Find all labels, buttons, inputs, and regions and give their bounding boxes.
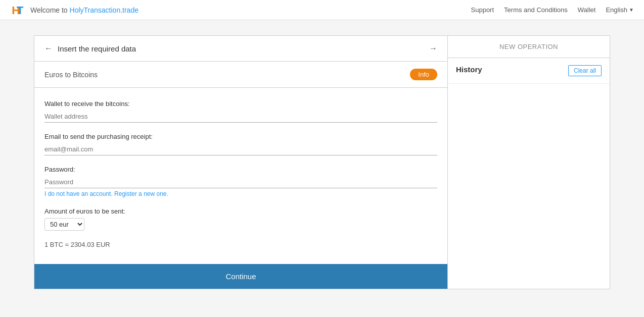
amount-label: Amount of euros to be sent: (44, 207, 437, 215)
header-nav: Support Terms and Conditions Wallet Engl… (471, 6, 634, 14)
register-link[interactable]: I do not have an account. Register a new… (44, 190, 437, 197)
right-panel-scroll[interactable] (448, 84, 610, 289)
left-panel-header: ← Insert the required data → (34, 36, 447, 62)
content-wrapper: ← Insert the required data → Euros to Bi… (34, 35, 610, 289)
nav-arrows: ← Insert the required data (44, 44, 136, 53)
email-label: Email to send the purchasing receipt: (44, 133, 437, 140)
welcome-text: Welcome to (30, 6, 70, 14)
left-panel-subheader: Euros to Bitcoins Info (34, 62, 447, 88)
wallet-link[interactable]: Wallet (578, 6, 596, 14)
support-link[interactable]: Support (471, 6, 494, 14)
language-selector[interactable]: English ▼ (606, 6, 634, 14)
email-input[interactable] (44, 143, 437, 155)
amount-select-wrapper: 50 eur 100 eur 200 eur 500 eur (44, 218, 437, 231)
wallet-group: Wallet to receive the bitcoins: (44, 100, 437, 123)
header-title: Welcome to HolyTransaction.trade (30, 6, 139, 14)
email-group: Email to send the purchasing receipt: (44, 133, 437, 155)
amount-select[interactable]: 50 eur 100 eur 200 eur 500 eur (44, 218, 84, 231)
info-button[interactable]: Info (410, 69, 437, 80)
password-group: Password: I do not have an account. Regi… (44, 166, 437, 197)
rate-info: 1 BTC = 2304.03 EUR (44, 241, 437, 248)
left-panel-body: Wallet to receive the bitcoins: Email to… (34, 88, 447, 289)
form-area: Wallet to receive the bitcoins: Email to… (34, 88, 447, 289)
password-label: Password: (44, 166, 437, 173)
continue-button[interactable]: Continue (34, 264, 447, 289)
history-label: History (456, 65, 482, 74)
clear-all-button[interactable]: Clear all (568, 65, 602, 76)
step-title: Insert the required data (58, 44, 136, 53)
back-arrow-button[interactable]: ← (44, 44, 53, 53)
forward-arrow-button[interactable]: → (429, 44, 437, 53)
terms-link[interactable]: Terms and Conditions (504, 6, 568, 14)
wallet-label: Wallet to receive the bitcoins: (44, 100, 437, 108)
logo-icon: H T (10, 2, 26, 18)
conversion-label: Euros to Bitcoins (44, 71, 98, 79)
chevron-down-icon: ▼ (629, 7, 634, 13)
right-panel-header: NEW OPERATION (448, 36, 610, 58)
scrollbar-area (448, 84, 610, 289)
password-input[interactable] (44, 176, 437, 188)
amount-group: Amount of euros to be sent: 50 eur 100 e… (44, 207, 437, 231)
language-label: English (606, 6, 627, 14)
main-content: ← Insert the required data → Euros to Bi… (0, 20, 644, 304)
header-left: H T Welcome to HolyTransaction.trade (10, 2, 139, 18)
header: H T Welcome to HolyTransaction.trade Sup… (0, 0, 644, 20)
svg-text:T: T (17, 4, 24, 17)
left-panel: ← Insert the required data → Euros to Bi… (34, 36, 448, 289)
brand-text: HolyTransaction.trade (70, 6, 139, 14)
right-panel-body: History Clear all (448, 58, 610, 84)
right-panel: NEW OPERATION History Clear all (448, 36, 610, 289)
wallet-input[interactable] (44, 111, 437, 123)
